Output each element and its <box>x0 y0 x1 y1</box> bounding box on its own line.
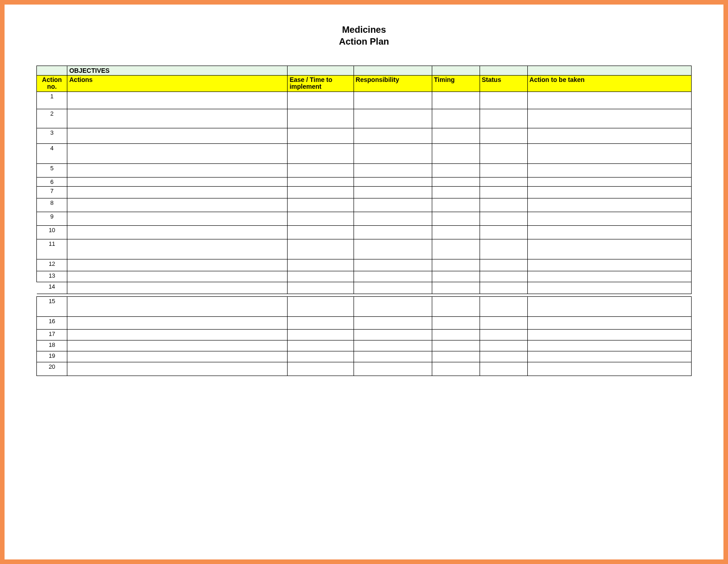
cell-timing[interactable] <box>432 212 480 225</box>
cell-responsibility[interactable] <box>354 143 432 163</box>
cell-ease[interactable] <box>288 340 354 351</box>
cell-to-be-taken[interactable] <box>527 271 691 282</box>
cell-responsibility[interactable] <box>354 186 432 198</box>
cell-timing[interactable] <box>432 340 480 351</box>
cell-ease[interactable] <box>288 259 354 271</box>
cell-ease[interactable] <box>288 271 354 282</box>
cell-to-be-taken[interactable] <box>527 351 691 362</box>
cell-timing[interactable] <box>432 351 480 362</box>
cell-status[interactable] <box>480 259 527 271</box>
cell-timing[interactable] <box>432 128 480 143</box>
cell-to-be-taken[interactable] <box>527 163 691 177</box>
cell-responsibility[interactable] <box>354 329 432 340</box>
cell-to-be-taken[interactable] <box>527 143 691 163</box>
cell-responsibility[interactable] <box>354 109 432 128</box>
cell-ease[interactable] <box>288 128 354 143</box>
cell-actions[interactable] <box>67 177 288 186</box>
cell-status[interactable] <box>480 163 527 177</box>
cell-status[interactable] <box>480 212 527 225</box>
cell-responsibility[interactable] <box>354 163 432 177</box>
cell-actions[interactable] <box>67 91 288 109</box>
cell-actions[interactable] <box>67 143 288 163</box>
cell-to-be-taken[interactable] <box>527 128 691 143</box>
cell-to-be-taken[interactable] <box>527 186 691 198</box>
cell-status[interactable] <box>480 271 527 282</box>
cell-responsibility[interactable] <box>354 316 432 329</box>
cell-actions[interactable] <box>67 259 288 271</box>
cell-actions[interactable] <box>67 239 288 259</box>
cell-status[interactable] <box>480 186 527 198</box>
cell-actions[interactable] <box>67 225 288 239</box>
cell-timing[interactable] <box>432 239 480 259</box>
cell-responsibility[interactable] <box>354 351 432 362</box>
cell-status[interactable] <box>480 340 527 351</box>
cell-ease[interactable] <box>288 186 354 198</box>
cell-timing[interactable] <box>432 296 480 316</box>
cell-status[interactable] <box>480 109 527 128</box>
cell-responsibility[interactable] <box>354 362 432 376</box>
cell-ease[interactable] <box>288 351 354 362</box>
cell-timing[interactable] <box>432 271 480 282</box>
cell-timing[interactable] <box>432 329 480 340</box>
cell-status[interactable] <box>480 239 527 259</box>
cell-status[interactable] <box>480 143 527 163</box>
cell-responsibility[interactable] <box>354 296 432 316</box>
cell-timing[interactable] <box>432 225 480 239</box>
cell-ease[interactable] <box>288 282 354 294</box>
cell-ease[interactable] <box>288 91 354 109</box>
cell-timing[interactable] <box>432 316 480 329</box>
cell-ease[interactable] <box>288 239 354 259</box>
cell-ease[interactable] <box>288 198 354 212</box>
cell-timing[interactable] <box>432 143 480 163</box>
cell-to-be-taken[interactable] <box>527 296 691 316</box>
cell-ease[interactable] <box>288 296 354 316</box>
cell-timing[interactable] <box>432 91 480 109</box>
cell-timing[interactable] <box>432 198 480 212</box>
cell-ease[interactable] <box>288 109 354 128</box>
cell-to-be-taken[interactable] <box>527 109 691 128</box>
cell-timing[interactable] <box>432 259 480 271</box>
cell-actions[interactable] <box>67 128 288 143</box>
cell-status[interactable] <box>480 225 527 239</box>
cell-ease[interactable] <box>288 316 354 329</box>
cell-timing[interactable] <box>432 282 480 294</box>
cell-to-be-taken[interactable] <box>527 177 691 186</box>
cell-actions[interactable] <box>67 212 288 225</box>
cell-status[interactable] <box>480 282 527 294</box>
cell-responsibility[interactable] <box>354 198 432 212</box>
cell-status[interactable] <box>480 177 527 186</box>
cell-status[interactable] <box>480 351 527 362</box>
cell-actions[interactable] <box>67 362 288 376</box>
cell-actions[interactable] <box>67 340 288 351</box>
cell-responsibility[interactable] <box>354 282 432 294</box>
cell-actions[interactable] <box>67 198 288 212</box>
cell-responsibility[interactable] <box>354 239 432 259</box>
cell-to-be-taken[interactable] <box>527 282 691 294</box>
cell-timing[interactable] <box>432 163 480 177</box>
cell-to-be-taken[interactable] <box>527 316 691 329</box>
cell-timing[interactable] <box>432 362 480 376</box>
cell-to-be-taken[interactable] <box>527 259 691 271</box>
cell-ease[interactable] <box>288 362 354 376</box>
cell-actions[interactable] <box>67 271 288 282</box>
cell-to-be-taken[interactable] <box>527 239 691 259</box>
cell-actions[interactable] <box>67 186 288 198</box>
cell-status[interactable] <box>480 296 527 316</box>
cell-actions[interactable] <box>67 351 288 362</box>
cell-actions[interactable] <box>67 282 288 294</box>
cell-responsibility[interactable] <box>354 91 432 109</box>
cell-to-be-taken[interactable] <box>527 91 691 109</box>
cell-actions[interactable] <box>67 316 288 329</box>
cell-timing[interactable] <box>432 177 480 186</box>
cell-ease[interactable] <box>288 177 354 186</box>
cell-actions[interactable] <box>67 109 288 128</box>
cell-to-be-taken[interactable] <box>527 362 691 376</box>
cell-responsibility[interactable] <box>354 212 432 225</box>
cell-ease[interactable] <box>288 143 354 163</box>
cell-ease[interactable] <box>288 163 354 177</box>
cell-to-be-taken[interactable] <box>527 225 691 239</box>
cell-actions[interactable] <box>67 296 288 316</box>
cell-to-be-taken[interactable] <box>527 198 691 212</box>
cell-status[interactable] <box>480 91 527 109</box>
cell-status[interactable] <box>480 362 527 376</box>
